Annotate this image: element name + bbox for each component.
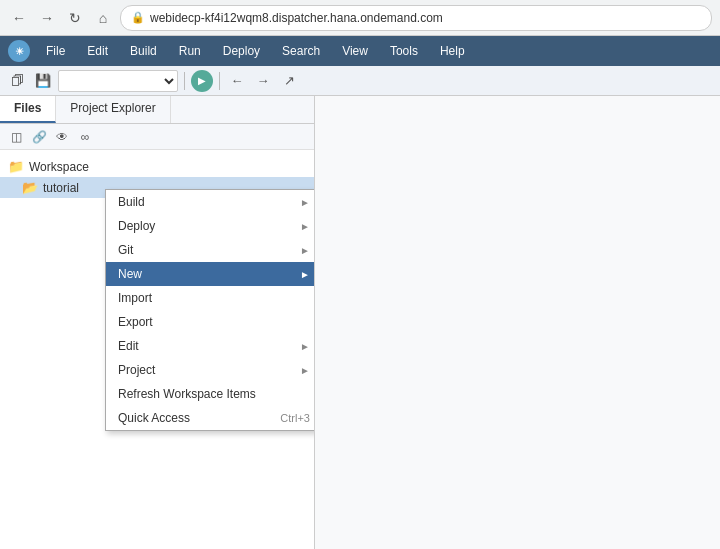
ctx-deploy[interactable]: Deploy ► <box>106 214 315 238</box>
ctx-build[interactable]: Build ► <box>106 190 315 214</box>
save-toolbar-btn[interactable]: 💾 <box>32 70 54 92</box>
ctx-deploy-label: Deploy <box>118 219 155 233</box>
ctx-refresh[interactable]: Refresh Workspace Items <box>106 382 315 406</box>
new-folder-btn[interactable]: ◫ <box>6 127 26 147</box>
toolbar: 🗍 💾 ▶ ← → ↗ <box>0 66 720 96</box>
ctx-import[interactable]: Import <box>106 286 315 310</box>
menu-help[interactable]: Help <box>430 40 475 62</box>
browser-chrome: ← → ↻ ⌂ 🔒 webidecp-kf4i12wqm8.dispatcher… <box>0 0 720 36</box>
ctx-import-label: Import <box>118 291 152 305</box>
ctx-quick-access[interactable]: Quick Access Ctrl+3 <box>106 406 315 430</box>
ctx-quick-access-label: Quick Access <box>118 411 190 425</box>
workspace-label: Workspace <box>29 160 89 174</box>
ctx-build-label: Build <box>118 195 145 209</box>
tab-project-explorer[interactable]: Project Explorer <box>56 96 170 123</box>
workspace-item[interactable]: 📁 Workspace <box>0 156 314 177</box>
forward-button[interactable]: → <box>36 7 58 29</box>
context-menu: Build ► Deploy ► Git ► New ► Import Expo… <box>105 189 315 431</box>
ctx-project-label: Project <box>118 363 155 377</box>
logo-text: ☀ <box>15 46 24 57</box>
address-text: webidecp-kf4i12wqm8.dispatcher.hana.onde… <box>150 11 443 25</box>
back-nav-btn[interactable]: ← <box>226 70 248 92</box>
ctx-edit-label: Edit <box>118 339 139 353</box>
ctx-project[interactable]: Project ► <box>106 358 315 382</box>
menu-deploy[interactable]: Deploy <box>213 40 270 62</box>
fwd-nav-btn[interactable]: → <box>252 70 274 92</box>
main-layout: Files Project Explorer ◫ 🔗 👁 ∞ 📁 Workspa… <box>0 96 720 549</box>
sidebar-tabs: Files Project Explorer <box>0 96 314 124</box>
ctx-new-arrow: ► <box>300 269 310 280</box>
app-menubar: ☀ File Edit Build Run Deploy Search View… <box>0 36 720 66</box>
menu-tools[interactable]: Tools <box>380 40 428 62</box>
ctx-project-arrow: ► <box>300 365 310 376</box>
ctx-edit-arrow: ► <box>300 341 310 352</box>
menu-view[interactable]: View <box>332 40 378 62</box>
sidebar-toolbar: ◫ 🔗 👁 ∞ <box>0 124 314 150</box>
ctx-new[interactable]: New ► <box>106 262 315 286</box>
preview-btn[interactable]: 👁 <box>52 127 72 147</box>
toolbar-sep-2 <box>219 72 220 90</box>
back-button[interactable]: ← <box>8 7 30 29</box>
new-file-toolbar-btn[interactable]: 🗍 <box>6 70 28 92</box>
ctx-git-label: Git <box>118 243 133 257</box>
menu-build[interactable]: Build <box>120 40 167 62</box>
lock-icon: 🔒 <box>131 11 145 24</box>
address-bar[interactable]: 🔒 webidecp-kf4i12wqm8.dispatcher.hana.on… <box>120 5 712 31</box>
content-area <box>315 96 720 549</box>
ctx-export[interactable]: Export <box>106 310 315 334</box>
workspace-folder-icon: 📁 <box>8 159 24 174</box>
ctx-new-label: New <box>118 267 142 281</box>
run-button[interactable]: ▶ <box>191 70 213 92</box>
ctx-edit[interactable]: Edit ► <box>106 334 315 358</box>
ctx-export-label: Export <box>118 315 153 329</box>
toolbar-sep-1 <box>184 72 185 90</box>
tab-files[interactable]: Files <box>0 96 56 123</box>
tutorial-label: tutorial <box>43 181 79 195</box>
app-logo: ☀ <box>8 40 30 62</box>
ctx-git[interactable]: Git ► <box>106 238 315 262</box>
settings-btn[interactable]: ∞ <box>75 127 95 147</box>
menu-search[interactable]: Search <box>272 40 330 62</box>
ctx-quick-access-shortcut: Ctrl+3 <box>280 412 310 424</box>
file-combo[interactable] <box>58 70 178 92</box>
ctx-deploy-arrow: ► <box>300 221 310 232</box>
link-btn[interactable]: 🔗 <box>29 127 49 147</box>
menu-edit[interactable]: Edit <box>77 40 118 62</box>
sidebar: Files Project Explorer ◫ 🔗 👁 ∞ 📁 Workspa… <box>0 96 315 549</box>
tutorial-folder-icon: 📂 <box>22 180 38 195</box>
home-button[interactable]: ⌂ <box>92 7 114 29</box>
reload-button[interactable]: ↻ <box>64 7 86 29</box>
next-nav-btn[interactable]: ↗ <box>278 70 300 92</box>
ctx-git-arrow: ► <box>300 245 310 256</box>
menu-file[interactable]: File <box>36 40 75 62</box>
ctx-refresh-label: Refresh Workspace Items <box>118 387 256 401</box>
menu-run[interactable]: Run <box>169 40 211 62</box>
ctx-build-arrow: ► <box>300 197 310 208</box>
